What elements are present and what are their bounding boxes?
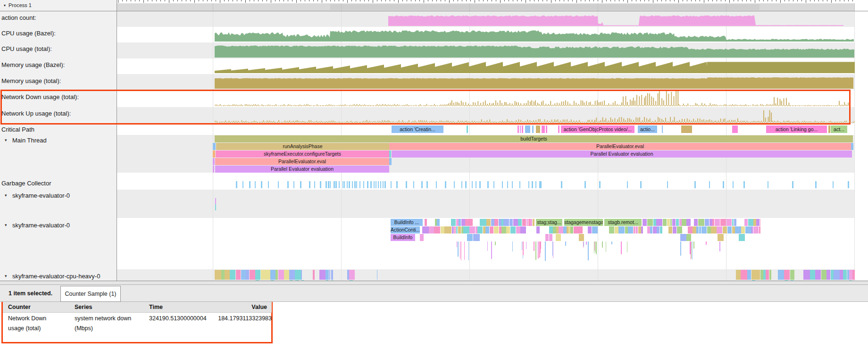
gc-tick[interactable]: [493, 181, 495, 188]
slice[interactable]: [490, 226, 493, 233]
slice[interactable]: [679, 219, 682, 226]
gc-tick[interactable]: [743, 181, 745, 188]
slice[interactable]: [556, 234, 560, 241]
slice[interactable]: [451, 219, 456, 226]
gc-tick[interactable]: [354, 181, 356, 188]
slice[interactable]: [676, 219, 679, 226]
gc-tick[interactable]: [599, 181, 601, 188]
slice[interactable]: [696, 226, 699, 233]
slice[interactable]: [653, 226, 657, 233]
slice[interactable]: [459, 219, 461, 226]
gc-tick[interactable]: [528, 181, 530, 188]
gc-tick[interactable]: [465, 181, 467, 188]
slice[interactable]: [501, 219, 503, 226]
slice[interactable]: [712, 219, 714, 226]
slice[interactable]: [270, 270, 275, 280]
slice[interactable]: [753, 219, 756, 226]
slice[interactable]: [483, 226, 485, 233]
gc-tick[interactable]: [421, 181, 423, 188]
slice[interactable]: [518, 219, 522, 226]
slice[interactable]: [213, 143, 216, 150]
gc-tick[interactable]: [249, 181, 250, 188]
gc-tick[interactable]: [396, 181, 398, 188]
tab-counter-sample[interactable]: Counter Sample (1): [60, 286, 121, 302]
slice[interactable]: [672, 219, 676, 226]
slice[interactable]: [429, 226, 434, 233]
slice[interactable]: [301, 270, 302, 280]
slice[interactable]: [852, 270, 855, 280]
slice[interactable]: [549, 234, 552, 241]
slice[interactable]: [578, 226, 583, 233]
gc-tick[interactable]: [242, 181, 244, 188]
slice[interactable]: [618, 226, 625, 233]
slice-stagb-remot[interactable]: stagb.remot...: [604, 219, 642, 226]
gc-tick[interactable]: [535, 181, 537, 188]
slice[interactable]: [349, 270, 354, 280]
gc-tick[interactable]: [378, 181, 379, 188]
slice[interactable]: [834, 270, 839, 280]
slice[interactable]: [715, 219, 720, 226]
gc-tick[interactable]: [320, 181, 321, 188]
slice[interactable]: [499, 219, 501, 226]
slice[interactable]: [215, 270, 221, 280]
gc-tick[interactable]: [384, 181, 386, 188]
slice[interactable]: [456, 226, 458, 233]
slice[interactable]: [264, 270, 270, 280]
slice[interactable]: [826, 270, 830, 280]
slice[interactable]: [473, 234, 480, 241]
slice[interactable]: [763, 270, 766, 280]
slice[interactable]: [625, 226, 628, 233]
slice[interactable]: [389, 158, 392, 165]
gc-tick[interactable]: [768, 181, 769, 188]
slice[interactable]: [667, 219, 670, 226]
column-header-counter[interactable]: Counter: [8, 304, 31, 310]
gc-tick[interactable]: [694, 181, 696, 188]
chart-mem-bazel[interactable]: [117, 60, 855, 73]
slice[interactable]: [389, 150, 391, 158]
slice[interactable]: [756, 219, 760, 226]
slice[interactable]: [319, 270, 326, 280]
slice[interactable]: [533, 219, 534, 226]
slice[interactable]: [766, 270, 769, 280]
slice[interactable]: [525, 125, 530, 133]
slice[interactable]: [329, 270, 330, 280]
slice-runanalysisphase[interactable]: runAnalysisPhase: [216, 143, 389, 150]
slice[interactable]: [454, 226, 456, 233]
slice[interactable]: [499, 226, 501, 233]
slice[interactable]: [709, 219, 712, 226]
gc-tick[interactable]: [512, 181, 513, 188]
slice-buildinfo[interactable]: BuildInfo ...: [391, 219, 423, 226]
slice[interactable]: [470, 219, 472, 226]
slice[interactable]: [486, 219, 491, 226]
slice[interactable]: [542, 125, 545, 133]
slice[interactable]: [467, 125, 468, 133]
slice[interactable]: [275, 270, 278, 280]
gc-tick[interactable]: [472, 181, 473, 188]
slice[interactable]: [849, 270, 852, 280]
slice[interactable]: [513, 219, 518, 226]
slice[interactable]: [545, 234, 549, 241]
slice[interactable]: [347, 270, 349, 280]
gc-tick[interactable]: [344, 181, 345, 188]
slice[interactable]: [225, 270, 230, 280]
gc-tick[interactable]: [461, 181, 463, 188]
slice[interactable]: [760, 270, 763, 280]
slice[interactable]: [501, 226, 506, 233]
gc-tick[interactable]: [507, 181, 509, 188]
chart-action-count[interactable]: [117, 13, 855, 26]
slice[interactable]: [530, 219, 532, 226]
gc-tick[interactable]: [540, 181, 542, 188]
slice[interactable]: [698, 219, 705, 226]
slice[interactable]: [463, 226, 469, 233]
gc-tick[interactable]: [476, 181, 477, 188]
slice[interactable]: [563, 226, 566, 233]
slice[interactable]: [735, 226, 737, 233]
gc-tick[interactable]: [487, 181, 489, 188]
gc-tick[interactable]: [374, 181, 375, 188]
slice[interactable]: [434, 226, 440, 233]
gc-tick[interactable]: [352, 181, 353, 188]
slice[interactable]: [255, 270, 260, 280]
slice[interactable]: [491, 219, 494, 226]
slice[interactable]: [506, 226, 510, 233]
gc-tick[interactable]: [532, 181, 533, 188]
